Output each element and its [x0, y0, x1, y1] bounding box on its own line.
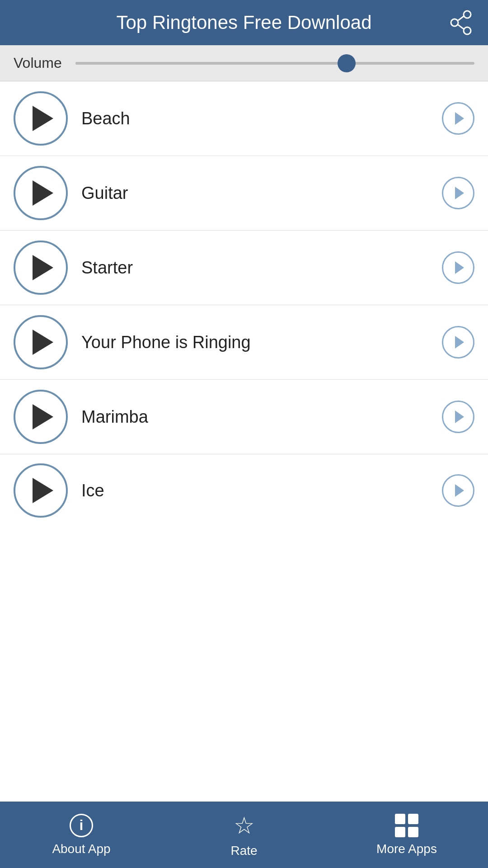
play-icon [33, 180, 53, 206]
chevron-button[interactable] [442, 474, 474, 507]
list-item[interactable]: Starter [0, 231, 488, 305]
ringtone-name: Guitar [68, 184, 442, 203]
ringtone-name: Your Phone is Ringing [68, 333, 442, 352]
nav-rate-label: Rate [230, 844, 257, 858]
list-item[interactable]: Your Phone is Ringing [0, 305, 488, 380]
play-icon [33, 106, 53, 131]
volume-track [75, 62, 474, 65]
bottom-nav: i About App ☆ Rate More Apps [0, 802, 488, 868]
play-icon [33, 330, 53, 355]
svg-line-4 [458, 25, 464, 29]
list-item[interactable]: Guitar [0, 156, 488, 231]
chevron-button[interactable] [442, 177, 474, 209]
chevron-right-icon [455, 187, 464, 199]
play-button[interactable] [14, 315, 68, 369]
chevron-button[interactable] [442, 251, 474, 284]
star-icon: ☆ [234, 812, 255, 839]
list-item[interactable]: Marimba [0, 380, 488, 454]
svg-point-0 [464, 11, 471, 18]
volume-control: Volume [0, 45, 488, 81]
ringtone-list: Beach Guitar Starter Your Pho [0, 81, 488, 802]
svg-point-2 [464, 27, 471, 34]
svg-point-1 [451, 19, 458, 26]
play-button[interactable] [14, 463, 68, 518]
list-item[interactable]: Beach [0, 81, 488, 156]
nav-more-apps[interactable]: More Apps [325, 802, 488, 868]
chevron-button[interactable] [442, 326, 474, 359]
volume-fill [75, 62, 347, 65]
chevron-right-icon [455, 261, 464, 274]
nav-about-label: About App [52, 842, 110, 856]
play-button[interactable] [14, 241, 68, 295]
svg-line-3 [458, 16, 464, 20]
share-icon[interactable] [447, 9, 474, 36]
ringtone-name: Marimba [68, 407, 442, 427]
nav-more-apps-label: More Apps [376, 842, 437, 856]
play-icon [33, 404, 53, 429]
list-item[interactable]: Ice [0, 454, 488, 527]
nav-rate[interactable]: ☆ Rate [163, 802, 325, 868]
play-button[interactable] [14, 390, 68, 444]
play-button[interactable] [14, 166, 68, 220]
play-button[interactable] [14, 91, 68, 146]
play-icon [33, 255, 53, 280]
ringtone-name: Ice [68, 481, 442, 500]
chevron-button[interactable] [442, 102, 474, 135]
nav-about[interactable]: i About App [0, 802, 163, 868]
chevron-right-icon [455, 410, 464, 423]
app-title: Top Ringtones Free Download [117, 12, 372, 33]
chevron-button[interactable] [442, 401, 474, 433]
volume-slider[interactable] [75, 54, 474, 72]
grid-icon [395, 814, 418, 837]
volume-label: Volume [14, 55, 62, 71]
chevron-right-icon [455, 112, 464, 125]
volume-thumb[interactable] [338, 54, 356, 72]
chevron-right-icon [455, 484, 464, 497]
play-icon [33, 478, 53, 503]
chevron-right-icon [455, 336, 464, 349]
app-header: Top Ringtones Free Download [0, 0, 488, 45]
info-icon: i [70, 814, 93, 837]
ringtone-name: Starter [68, 258, 442, 278]
ringtone-name: Beach [68, 109, 442, 128]
